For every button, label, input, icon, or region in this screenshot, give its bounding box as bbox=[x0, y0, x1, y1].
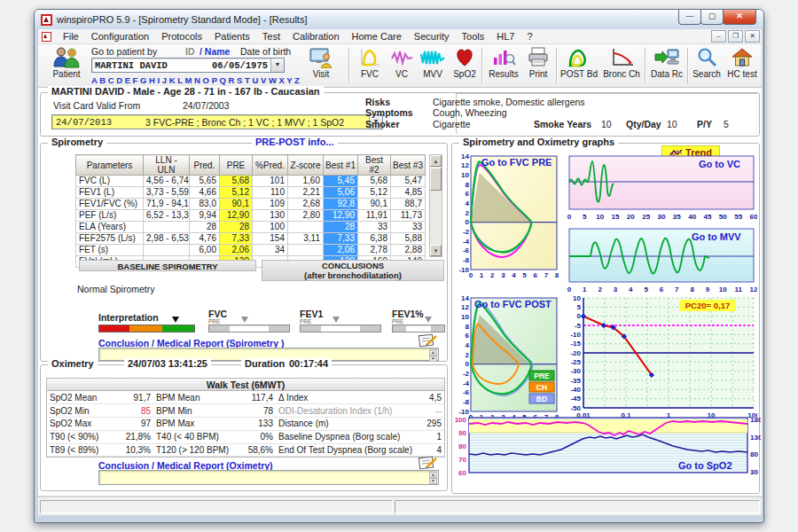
title-bar[interactable]: winspiroPRO 5.9 - [Spirometry Standard M… bbox=[35, 10, 763, 29]
table-scrollbar[interactable]: ▲ ▼ bbox=[429, 154, 442, 257]
toolbar-datarc-label: Data Rc bbox=[651, 69, 683, 79]
toolbar-visit-button[interactable]: Visit bbox=[304, 46, 338, 79]
table-cell: 109 bbox=[253, 199, 288, 210]
mdi-restore-button[interactable]: ❐ bbox=[728, 30, 743, 43]
mdi-close-button[interactable]: ✕ bbox=[745, 30, 760, 43]
menu-protocols[interactable]: Protocols bbox=[155, 29, 208, 44]
menu-tools[interactable]: Tools bbox=[456, 29, 491, 44]
col-header[interactable]: Z-score bbox=[288, 155, 324, 176]
table-cell: 4,56 - 6,74 bbox=[144, 176, 190, 187]
col-header[interactable]: Best #1 bbox=[324, 155, 358, 176]
col-header[interactable]: Best #2 bbox=[358, 155, 391, 176]
printer-icon bbox=[526, 46, 551, 68]
mdi-minimize-button[interactable]: – bbox=[711, 30, 726, 43]
scrollbar-thumb[interactable] bbox=[430, 168, 442, 191]
maximize-button[interactable]: ▢ bbox=[700, 10, 724, 25]
graphs-panel: Spirometry and Oximetry graphs Trend Go … bbox=[451, 143, 760, 494]
toolbar-search-button[interactable]: Search bbox=[691, 46, 723, 79]
app-window: winspiroPRO 5.9 - [Spirometry Standard M… bbox=[34, 9, 764, 523]
menu-patients[interactable]: Patients bbox=[208, 29, 256, 44]
tick: 80 bbox=[458, 442, 466, 450]
edit-notepad-icon[interactable] bbox=[417, 333, 440, 348]
goto-mvv-link[interactable]: Go to MVV bbox=[692, 231, 741, 242]
menu-security[interactable]: Security bbox=[408, 29, 456, 44]
toolbar-mvv-button[interactable]: MVV bbox=[416, 46, 450, 79]
scroll-up-icon[interactable]: ▲ bbox=[430, 155, 442, 167]
desktop: winspiroPRO 5.9 - [Spirometry Standard M… bbox=[0, 0, 798, 532]
status-bar bbox=[38, 497, 762, 515]
col-header[interactable]: PRE bbox=[220, 155, 253, 176]
goto-id-label[interactable]: ID bbox=[185, 46, 195, 57]
goto-vc-link[interactable]: Go to VC bbox=[699, 159, 740, 169]
pc20-graph[interactable]: PC20= 0,17 10 5 0 -5 -10 -15 -20 -25 -30… bbox=[566, 293, 757, 422]
mvv-graph[interactable]: Go to MVV 0 1 2 3 4 5 6 7 8 9 10 11 12 bbox=[566, 227, 757, 296]
toolbar-vc-button[interactable]: VC bbox=[387, 46, 416, 79]
goto-name-label[interactable]: / Name bbox=[200, 46, 230, 57]
tick: 6 bbox=[466, 332, 470, 340]
menu-hl7[interactable]: HL7 bbox=[490, 29, 520, 44]
spo2-graph[interactable]: Go to SpO2 100 90 80 70 60 180 130 80 30 bbox=[455, 414, 761, 478]
table-cell: 92,8 bbox=[324, 199, 358, 210]
menu-bar: File Configuration Protocols Patients Te… bbox=[38, 29, 762, 44]
table-cell: 5,45 bbox=[324, 176, 358, 187]
table-cell: 10,3% bbox=[116, 443, 153, 457]
table-cell: SpO2 Min bbox=[47, 404, 116, 418]
toolbar-hctest-button[interactable]: HC test bbox=[724, 46, 760, 79]
fvc-loop-icon bbox=[358, 46, 381, 68]
menu-help[interactable]: ? bbox=[520, 29, 538, 44]
toolbar-broncch-button[interactable]: Bronc Ch bbox=[600, 46, 643, 79]
table-cell: 2,21 bbox=[288, 187, 324, 199]
close-button[interactable]: ✕ bbox=[723, 10, 756, 25]
spinner-control[interactable]: ▲▼ bbox=[429, 349, 437, 359]
oxi-conclusion-input[interactable]: ▲▼ bbox=[98, 470, 439, 485]
spirometry-table: Parameters LLN - ULN Pred. PRE %Pred. Z-… bbox=[75, 154, 426, 268]
fvc-pre-graph[interactable]: Go to FVC PRE 14 12 10 8 6 4 2 0 -2 -4 -… bbox=[455, 151, 559, 280]
table-cell: FEV1/FVC (%) bbox=[76, 199, 144, 210]
col-header[interactable]: Pred. bbox=[190, 155, 220, 176]
goto-fvc-post-link[interactable]: Go to FVC POST bbox=[474, 299, 552, 309]
col-header[interactable]: LLN - ULN bbox=[144, 155, 190, 176]
table-cell: ODI-Desaturation Index (1/h) bbox=[276, 404, 416, 418]
toolbar-patient-button[interactable]: Patient bbox=[43, 46, 90, 79]
menu-file[interactable]: File bbox=[57, 29, 85, 44]
menu-home-care[interactable]: Home Care bbox=[346, 29, 408, 44]
tick: 2 bbox=[466, 209, 470, 217]
spinner-control[interactable]: ▲▼ bbox=[429, 472, 437, 483]
toolbar-results-button[interactable]: Results bbox=[485, 46, 522, 79]
menu-configuration[interactable]: Configuration bbox=[85, 29, 155, 44]
tick: 14 bbox=[461, 294, 469, 302]
toolbar-spo2-button[interactable]: SpO2 bbox=[450, 46, 480, 79]
menu-calibration[interactable]: Calibration bbox=[286, 29, 346, 44]
chevron-down-icon[interactable]: ▼ bbox=[270, 59, 284, 72]
toolbar-postbd-button[interactable]: POST Bd bbox=[559, 46, 598, 79]
toolbar-hctest-label: HC test bbox=[727, 69, 756, 79]
toolbar-datarc-button[interactable]: Data Rc bbox=[648, 46, 685, 79]
col-header[interactable]: Best #3 bbox=[391, 155, 426, 176]
visit-select-combo[interactable]: 24/07/2013 3 FVC-PRE ; Bronc Ch ; 1 VC ;… bbox=[51, 114, 383, 129]
mvv-wave-icon bbox=[419, 46, 446, 68]
col-header[interactable]: Parameters bbox=[76, 155, 144, 176]
mdi-app-icon[interactable] bbox=[42, 32, 51, 42]
vc-graph[interactable]: Go to VC 0 5 10 15 20 25 30 35 40 45 50 … bbox=[566, 154, 757, 223]
minimize-button[interactable]: — bbox=[678, 10, 701, 25]
fvc-post-graph[interactable]: PRE CH BD Go to FVC POST 14 12 10 8 6 4 … bbox=[455, 293, 559, 422]
scroll-down-icon[interactable]: ▼ bbox=[430, 245, 442, 256]
tick: 15 bbox=[612, 213, 620, 221]
col-header[interactable]: %Pred. bbox=[253, 155, 288, 176]
edit-notepad-icon[interactable] bbox=[417, 456, 440, 470]
table-cell: T90 (< 90%) bbox=[47, 430, 116, 443]
toolbar-fvc-button[interactable]: FVC bbox=[354, 46, 386, 79]
patient-select-combo[interactable]: MARTINI DAVID 06/05/1975 ▼ bbox=[91, 58, 285, 73]
walk-test-panel: Walk Test (6MWT) SpO2 Mean91,7BPM Mean11… bbox=[46, 378, 445, 458]
pre-post-info-link[interactable]: PRE-POST info... bbox=[252, 137, 338, 147]
goto-spo2-link[interactable]: Go to SpO2 bbox=[678, 460, 732, 471]
toolbar-print-button[interactable]: Print bbox=[522, 46, 554, 79]
table-cell: T120 (> 120 BPM) bbox=[153, 443, 235, 457]
goto-fvc-pre-link[interactable]: Go to FVC PRE bbox=[481, 157, 552, 168]
table-row: FEF2575 (L/s)2,98 - 6,534,767,331543,117… bbox=[76, 233, 426, 245]
alphabet-index[interactable]: A B C D E F G H I J K L M N O P Q R S T … bbox=[91, 75, 300, 85]
tick: 2 bbox=[466, 351, 470, 359]
menu-test[interactable]: Test bbox=[256, 29, 286, 44]
table-cell: FEV1 (L) bbox=[76, 187, 144, 199]
table-cell: 33 bbox=[358, 222, 391, 233]
